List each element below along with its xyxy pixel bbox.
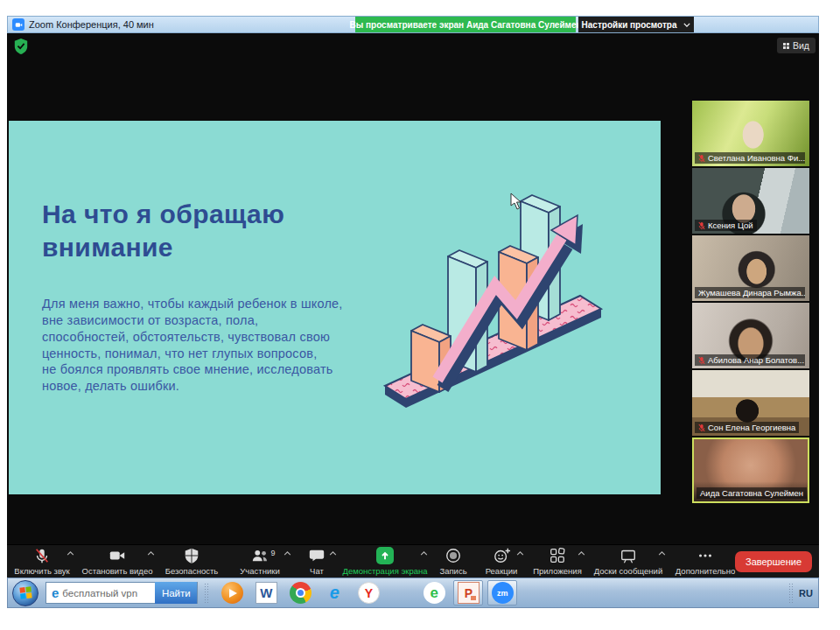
muted-mic-icon	[698, 221, 705, 230]
chevron-up-icon[interactable]	[658, 551, 666, 556]
chevron-up-icon[interactable]	[147, 551, 155, 556]
participant-tile[interactable]: Жумашева Динара Рымжа...	[692, 235, 809, 301]
record-button[interactable]: Запись	[430, 545, 476, 578]
tray-grip	[788, 583, 793, 604]
security-button[interactable]: Безопасность	[158, 545, 226, 578]
toolbar-label: Доски сообщений	[594, 566, 662, 576]
participants-count-badge: 9	[270, 549, 275, 557]
view-settings-label: Настройки просмотра	[582, 20, 677, 30]
taskbar-yandex-icon[interactable]: Y	[354, 580, 383, 606]
participants-icon	[250, 547, 270, 564]
taskbar-powerpoint-icon[interactable]: P	[453, 580, 483, 606]
start-button[interactable]	[12, 580, 38, 606]
window-title: Zoom Конференция, 40 мин	[29, 19, 154, 30]
participant-name: Жумашева Динара Рымжа...	[698, 288, 805, 298]
participant-name: Светлана Ивановна Фи...	[708, 153, 805, 163]
toolbar-label: Запись	[439, 566, 466, 576]
toolbar-label: Остановить видео	[82, 566, 153, 576]
toolbar-label: Чат	[310, 566, 324, 576]
taskbar-chrome-icon[interactable]	[285, 580, 315, 606]
grid-view-icon	[783, 43, 789, 49]
participant-name-label: Ксения Цой	[695, 220, 757, 231]
system-tray: RU	[788, 578, 813, 607]
view-button-label: Вид	[793, 40, 809, 51]
participant-tile-active-speaker[interactable]: Аида Сагатовна Сулеймен	[692, 438, 809, 503]
chat-icon	[308, 547, 326, 564]
participant-tile[interactable]: Сон Елена Георгиевна	[692, 370, 809, 436]
chevron-up-icon[interactable]	[516, 551, 524, 556]
view-button[interactable]: Вид	[777, 38, 816, 53]
participant-name-label: Жумашева Динара Рымжа...	[695, 287, 805, 298]
search-input[interactable]	[62, 583, 155, 603]
participant-tile[interactable]: Ксения Цой	[692, 168, 809, 234]
participant-name-label: Абилова Анар Болатов...	[695, 354, 805, 366]
chevron-up-icon[interactable]	[329, 551, 337, 556]
meeting-info-shield-icon[interactable]	[13, 38, 29, 55]
more-dots-icon	[696, 547, 714, 564]
apps-button[interactable]: Приложения	[527, 545, 588, 578]
taskbar-internet-explorer-icon[interactable]: e	[319, 580, 349, 606]
toolbar-label: Включить звук	[14, 566, 69, 576]
meeting-area: Вид На что я обращаю внимание Для меня в…	[7, 33, 819, 544]
toolbar-label: Реакции	[486, 566, 518, 576]
participant-name: Абилова Анар Болатов...	[708, 355, 804, 365]
taskbar-media-player-icon[interactable]	[217, 580, 247, 606]
chevron-up-icon[interactable]	[66, 551, 74, 556]
apps-icon	[549, 547, 566, 564]
mic-muted-icon	[33, 547, 51, 564]
taskbar-word-icon[interactable]: W	[251, 580, 281, 606]
whiteboards-button[interactable]: Доски сообщений	[588, 545, 668, 578]
toolbar-label: Дополнительно	[676, 566, 735, 576]
chevron-up-icon[interactable]	[578, 551, 585, 556]
more-button[interactable]: Дополнительно	[668, 545, 742, 578]
window-titlebar: Zoom Конференция, 40 мин Вы просматривае…	[7, 16, 819, 33]
viewing-screen-banner: Вы просматриваете экран Аида Сагатовна С…	[355, 17, 576, 32]
reactions-button[interactable]: Реакции	[476, 545, 527, 578]
zoom-icon: zm	[492, 582, 514, 604]
participant-name: Сон Елена Георгиевна	[708, 423, 795, 432]
zoom-toolbar: Включить звук Остановить видео Безопасно…	[7, 544, 819, 578]
reactions-icon	[493, 547, 511, 564]
mouse-cursor	[510, 192, 522, 210]
windows-logo-icon	[19, 586, 32, 598]
screen: Zoom Конференция, 40 мин Вы просматривае…	[0, 0, 840, 630]
toolbar-label: Приложения	[533, 566, 582, 576]
participant-name-label: Аида Сагатовна Сулеймен	[696, 487, 807, 499]
share-screen-button[interactable]: Демонстрация экрана	[340, 545, 430, 578]
participant-tile[interactable]: Светлана Ивановна Фи...	[692, 101, 809, 166]
taskbar-app-icons: W e Y e P zm	[217, 580, 517, 606]
record-icon	[444, 547, 462, 564]
edge-icon: e	[46, 585, 62, 600]
participants-button[interactable]: 9 Участники	[226, 545, 294, 578]
taskbar-zoom-icon[interactable]: zm	[487, 580, 517, 606]
whiteboard-icon	[620, 547, 637, 564]
participant-name: Аида Сагатовна Сулеймен	[700, 488, 803, 498]
muted-mic-icon	[698, 424, 705, 432]
green-browser-icon: e	[424, 582, 445, 604]
chevron-up-icon[interactable]	[420, 551, 428, 556]
shared-screen-slide: На что я обращаю внимание Для меня важно…	[9, 121, 661, 494]
play-icon	[221, 582, 243, 604]
chat-button[interactable]: Чат	[294, 545, 340, 578]
share-screen-icon	[376, 547, 394, 564]
view-settings-button[interactable]: Настройки просмотра	[578, 17, 694, 32]
word-icon: W	[256, 582, 277, 604]
taskbar-search: e Найти	[46, 582, 198, 604]
shield-icon	[183, 547, 200, 564]
participant-tile[interactable]: Абилова Анар Болатов...	[692, 303, 809, 368]
taskbar-grip	[204, 583, 208, 604]
slide-body-text: Для меня важно, чтобы каждый ребенок в ш…	[42, 296, 343, 395]
end-meeting-button[interactable]: Завершение	[735, 551, 812, 572]
search-find-button[interactable]: Найти	[155, 582, 197, 604]
language-indicator[interactable]: RU	[799, 588, 813, 598]
unmute-button[interactable]: Включить звук	[7, 545, 77, 578]
slide-title: На что я обращаю внимание	[42, 198, 284, 264]
muted-mic-icon	[698, 154, 705, 163]
participant-name: Ксения Цой	[708, 220, 753, 230]
yandex-icon: Y	[358, 582, 380, 604]
zoom-window: Zoom Конференция, 40 мин Вы просматривае…	[7, 16, 819, 578]
stop-video-button[interactable]: Остановить видео	[77, 545, 158, 578]
chevron-up-icon[interactable]	[284, 551, 291, 556]
taskbar-green-browser-icon[interactable]: e	[419, 580, 449, 606]
participant-name-label: Светлана Ивановна Фи...	[695, 152, 805, 164]
